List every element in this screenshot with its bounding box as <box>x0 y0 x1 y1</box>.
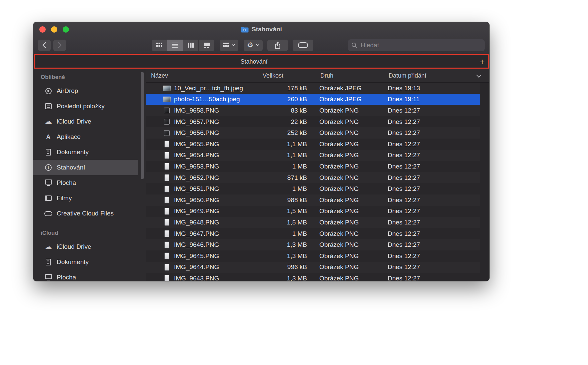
file-name-cell: IMG_9649.PNG <box>146 207 256 215</box>
file-row[interactable]: IMG_9656.PNG252 kBObrázek PNGDnes 12:27 <box>146 127 480 139</box>
file-row[interactable]: IMG_9650.PNG988 kBObrázek PNGDnes 12:27 <box>146 194 480 206</box>
chevron-down-icon <box>256 44 259 46</box>
file-row[interactable]: IMG_9643.PNG1,3 MBObrázek PNGDnes 12:27 <box>146 273 480 281</box>
cloud-icon: ☁ <box>44 243 52 251</box>
sidebar-item-desktop[interactable]: Plocha <box>33 175 138 190</box>
file-date: Dnes 12:27 <box>381 196 480 204</box>
downloads-folder-icon <box>241 26 249 33</box>
file-row[interactable]: 10_Veci_pr…tch_fb.jpeg178 kBObrázek JPEG… <box>146 83 480 94</box>
file-date: Dnes 12:27 <box>381 263 480 271</box>
column-header-date-added[interactable]: Datum přidání <box>381 69 489 82</box>
sidebar-item-documents-2[interactable]: Dokumenty <box>33 254 138 270</box>
column-label: Druh <box>320 72 333 79</box>
sidebar-item-recents[interactable]: Poslední položky <box>33 99 138 114</box>
column-header-kind[interactable]: Druh <box>314 69 381 82</box>
file-row[interactable]: IMG_9658.PNG83 kBObrázek PNGDnes 12:27 <box>146 105 480 116</box>
forward-button[interactable] <box>53 40 66 51</box>
sidebar-item-documents[interactable]: Dokumenty <box>33 145 138 160</box>
sidebar-item-movies[interactable]: Filmy <box>33 190 138 206</box>
sidebar-scrollbar[interactable] <box>141 72 144 179</box>
file-kind: Obrázek PNG <box>314 275 381 281</box>
sidebar-item-label: Stahování <box>57 164 85 171</box>
file-size: 1 MB <box>256 185 314 192</box>
file-row[interactable]: IMG_9657.PNG22 kBObrázek PNGDnes 12:27 <box>146 116 480 128</box>
file-name-cell: IMG_9647.PNG <box>146 230 256 237</box>
file-kind: Obrázek PNG <box>314 219 381 226</box>
sidebar-item-label: Aplikace <box>57 133 81 141</box>
file-name: IMG_9643.PNG <box>174 275 219 281</box>
sidebar-item-creative-cloud-files[interactable]: Creative Cloud Files <box>33 206 138 221</box>
file-kind: Obrázek PNG <box>314 263 381 271</box>
window-title: Stahování <box>252 26 282 33</box>
column-header-size[interactable]: Velikost <box>256 69 314 82</box>
file-row[interactable]: IMG_9651.PNG1 MBObrázek PNGDnes 12:27 <box>146 183 480 194</box>
search-icon <box>351 42 357 48</box>
minimize-button[interactable] <box>51 26 57 33</box>
window-content: OblíbenéAirDropPoslední položky☁iCloud D… <box>33 69 489 281</box>
file-date: Dnes 12:27 <box>381 129 480 137</box>
share-button[interactable] <box>267 40 288 51</box>
search-field[interactable] <box>348 39 485 51</box>
file-name-cell: IMG_9655.PNG <box>146 141 256 148</box>
column-label: Velikost <box>263 72 283 79</box>
documents-icon <box>44 148 52 156</box>
list-view-icon <box>172 43 178 48</box>
back-button[interactable] <box>38 40 51 51</box>
close-button[interactable] <box>39 26 46 33</box>
zoom-button[interactable] <box>63 26 69 33</box>
sidebar-item-label: Filmy <box>57 194 72 202</box>
file-row[interactable]: IMG_9654.PNG1,1 MBObrázek PNGDnes 12:27 <box>146 150 480 161</box>
list-view-button[interactable] <box>167 40 183 51</box>
column-header-name[interactable]: Název <box>146 69 256 82</box>
gallery-view-button[interactable] <box>199 40 214 51</box>
chevron-down-icon <box>232 44 235 46</box>
file-size: 1,5 MB <box>256 219 314 226</box>
file-name-cell: IMG_9643.PNG <box>146 275 256 281</box>
window-chrome: Stahování <box>33 22 489 54</box>
file-row[interactable]: IMG_9655.PNG1,1 MBObrázek PNGDnes 12:27 <box>146 139 480 150</box>
action-button[interactable]: ⚙ <box>244 40 263 51</box>
file-name-cell: IMG_9654.PNG <box>146 152 256 159</box>
group-button[interactable] <box>220 40 238 51</box>
file-date: Dnes 12:27 <box>381 275 480 281</box>
tags-button[interactable] <box>293 40 313 51</box>
sidebar-item-downloads[interactable]: ↓Stahování <box>33 160 138 175</box>
file-row[interactable]: IMG_9647.PNG1 MBObrázek PNGDnes 12:27 <box>146 228 480 239</box>
gallery-view-icon <box>204 43 210 48</box>
file-list-body: 10_Veci_pr…tch_fb.jpeg178 kBObrázek JPEG… <box>146 83 489 281</box>
file-row[interactable]: IMG_9646.PNG1,3 MBObrázek PNGDnes 12:27 <box>146 239 480 250</box>
file-name: IMG_9645.PNG <box>174 252 219 260</box>
file-row[interactable]: IMG_9649.PNG1,5 MBObrázek PNGDnes 12:27 <box>146 206 480 217</box>
file-kind: Obrázek PNG <box>314 207 381 215</box>
file-row[interactable]: IMG_9652.PNG871 kBObrázek PNGDnes 12:27 <box>146 172 480 183</box>
file-size: 996 kB <box>256 263 314 271</box>
file-row[interactable]: photo-151…50acb.jpeg260 kBObrázek JPEGDn… <box>146 94 480 105</box>
sidebar-item-icloud-drive[interactable]: ☁iCloud Drive <box>33 114 138 129</box>
png-thumbnail-icon <box>164 130 170 136</box>
desktop-icon <box>44 179 52 187</box>
icon-view-button[interactable] <box>152 40 167 51</box>
file-size: 871 kB <box>256 174 314 182</box>
sidebar-item-applications[interactable]: AAplikace <box>33 129 138 145</box>
png-thumbnail-icon <box>164 241 169 248</box>
file-row[interactable]: IMG_9644.PNG996 kBObrázek PNGDnes 12:27 <box>146 262 480 273</box>
sidebar-item-label: Plocha <box>57 179 76 186</box>
file-kind: Obrázek PNG <box>314 107 381 114</box>
column-view-button[interactable] <box>183 40 199 51</box>
sidebar-section-title: iCloud <box>33 221 146 239</box>
search-input[interactable] <box>360 41 481 49</box>
file-name: IMG_9657.PNG <box>174 118 219 126</box>
new-tab-button[interactable]: + <box>475 54 489 69</box>
file-row[interactable]: IMG_9645.PNG1,3 MBObrázek PNGDnes 12:27 <box>146 250 480 262</box>
cloud-icon: ☁ <box>44 118 52 126</box>
file-name-cell: IMG_9656.PNG <box>146 129 256 137</box>
sidebar-item-icloud-drive-2[interactable]: ☁iCloud Drive <box>33 239 138 254</box>
tab-stahovani[interactable]: Stahování <box>33 54 475 69</box>
sidebar-item-airdrop[interactable]: AirDrop <box>33 83 138 99</box>
file-row[interactable]: IMG_9653.PNG1 MBObrázek PNGDnes 12:27 <box>146 161 480 172</box>
sidebar-item-desktop-2[interactable]: Plocha <box>33 270 138 281</box>
sidebar-sections: OblíbenéAirDropPoslední položky☁iCloud D… <box>33 69 146 281</box>
file-row[interactable]: IMG_9648.PNG1,5 MBObrázek PNGDnes 12:27 <box>146 217 480 228</box>
file-date: Dnes 12:27 <box>381 107 480 114</box>
gear-icon: ⚙ <box>247 42 253 49</box>
